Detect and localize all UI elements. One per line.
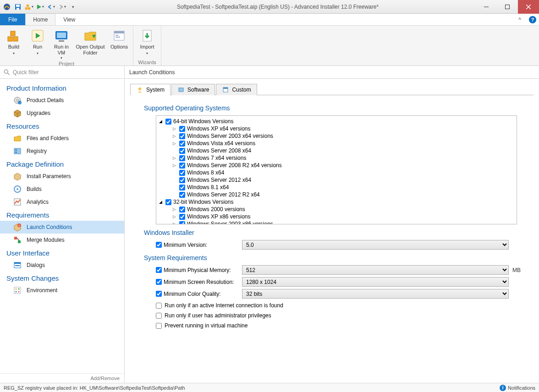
nav-builds[interactable]: Builds <box>0 183 124 196</box>
quick-filter-input[interactable]: Quick filter <box>0 66 124 79</box>
run-vm-button[interactable]: Run in VM▾ <box>50 27 73 60</box>
tab-software[interactable]: Software <box>171 84 215 95</box>
build-button[interactable]: Build▾ <box>2 27 26 60</box>
nav-cat-package-def[interactable]: Package Definition <box>0 158 124 170</box>
qat-customize-icon[interactable]: ▾ <box>68 2 78 12</box>
os-checkbox[interactable] <box>179 133 185 139</box>
os-tree-node[interactable]: Windows Server 2008 x64 <box>159 147 514 154</box>
min-color-checkbox[interactable]: Minimum Color Quality: <box>156 291 238 297</box>
os-tree-node[interactable]: ▷Windows XP x86 versions <box>159 213 514 220</box>
internet-checkbox[interactable]: Run only if an active Internet connectio… <box>156 302 531 309</box>
import-button[interactable]: Import▾ <box>135 27 159 59</box>
back-icon[interactable]: ▾ <box>46 2 56 12</box>
nav-cat-requirements[interactable]: Requirements <box>0 208 124 221</box>
os-tree-node[interactable]: ▷Windows XP x64 versions <box>159 125 514 132</box>
os-tree-node[interactable]: Windows Server 2012 x64 <box>159 176 514 184</box>
nav-install-params[interactable]: Install Parameters <box>0 170 124 183</box>
os-label: Windows 2000 versions <box>187 206 245 213</box>
forward-icon[interactable]: ▾ <box>57 2 67 12</box>
env-icon <box>13 286 22 295</box>
app-icon[interactable] <box>2 2 12 12</box>
os-checkbox[interactable] <box>179 148 185 154</box>
nav-launch-conditions[interactable]: ?Launch Conditions <box>0 221 124 234</box>
tree-expand-icon[interactable]: ◢ <box>159 198 164 206</box>
view-tab[interactable]: View <box>55 14 83 25</box>
build-icon[interactable]: ▾ <box>24 2 34 12</box>
os-checkbox[interactable] <box>165 199 171 205</box>
section-supported-os: Supported Operating Systems <box>144 104 531 112</box>
os-tree-node[interactable]: ◢64-bit Windows Versions <box>159 118 514 125</box>
nav-analytics[interactable]: Analytics <box>0 196 124 208</box>
os-checkbox[interactable] <box>179 141 185 147</box>
min-version-checkbox[interactable]: Minimum Version: <box>156 242 238 248</box>
tree-expand-icon[interactable]: ▷ <box>173 206 177 213</box>
nav-registry[interactable]: Registry <box>0 145 124 158</box>
os-tree-node[interactable]: ▷Windows Server 2008 R2 x64 versions <box>159 162 514 169</box>
nav-dialogs[interactable]: Dialogs <box>0 259 124 272</box>
os-checkbox[interactable] <box>179 155 185 161</box>
nav-cat-resources[interactable]: Resources <box>0 120 124 132</box>
os-tree-node[interactable]: ◢32-bit Windows Versions <box>159 198 514 206</box>
min-version-select[interactable]: 5.0 <box>242 240 509 250</box>
tree-expand-icon[interactable]: ▷ <box>173 162 177 169</box>
os-checkbox[interactable] <box>179 163 185 169</box>
min-res-checkbox[interactable]: Minimum Screen Resolution: <box>156 279 238 285</box>
tab-system[interactable]: System <box>130 84 170 95</box>
nav-upgrades[interactable]: Upgrades <box>0 107 124 120</box>
os-tree-node[interactable]: ▷Windows Server 2003 x86 versions <box>159 220 514 224</box>
os-checkbox[interactable] <box>179 170 185 176</box>
nav-cat-ui[interactable]: User Interface <box>0 246 124 259</box>
tree-expand-icon[interactable]: ▷ <box>173 213 177 220</box>
nav-cat-product-info[interactable]: Product Information <box>0 82 124 94</box>
min-memory-checkbox[interactable]: Minimum Physical Memory: <box>156 267 238 273</box>
admin-checkbox[interactable]: Run only if user has administrator privi… <box>156 312 531 319</box>
os-checkbox[interactable] <box>179 221 185 225</box>
add-remove-link[interactable]: Add/Remove <box>0 373 124 383</box>
options-button[interactable]: Options <box>107 27 131 60</box>
os-checkbox[interactable] <box>179 192 185 198</box>
svg-rect-21 <box>116 37 120 38</box>
min-res-select[interactable]: 1280 x 1024 <box>242 277 509 287</box>
nav-merge-modules[interactable]: Merge Modules <box>0 234 124 246</box>
os-tree-node[interactable]: Windows Server 2012 R2 x64 <box>159 191 514 198</box>
os-checkbox[interactable] <box>165 119 171 125</box>
run-icon[interactable]: ▾ <box>35 2 45 12</box>
close-button[interactable] <box>518 0 539 14</box>
tree-expand-icon[interactable]: ▷ <box>173 125 177 132</box>
os-checkbox[interactable] <box>179 207 185 212</box>
os-tree-node[interactable]: ▷Windows Server 2003 x64 versions <box>159 132 514 140</box>
save-icon[interactable] <box>13 2 23 12</box>
notifications-button[interactable]: iNotifications <box>500 385 535 391</box>
tab-custom[interactable]: Custom <box>216 84 257 95</box>
run-button[interactable]: Run▾ <box>26 27 50 60</box>
os-checkbox[interactable] <box>179 214 185 220</box>
os-checkbox[interactable] <box>179 185 185 191</box>
nav-cat-syschanges[interactable]: System Changes <box>0 272 124 284</box>
os-tree-node[interactable]: Windows 8 x64 <box>159 169 514 176</box>
file-tab[interactable]: File <box>0 14 25 25</box>
min-color-select[interactable]: 32 bits <box>242 289 509 299</box>
tree-expand-icon[interactable]: ▷ <box>173 154 177 162</box>
collapse-ribbon-icon[interactable]: ^ <box>513 14 526 25</box>
home-tab[interactable]: Home <box>25 14 55 25</box>
min-memory-select[interactable]: 512 <box>242 265 509 275</box>
os-checkbox[interactable] <box>179 126 185 132</box>
os-tree[interactable]: ◢64-bit Windows Versions▷Windows XP x64 … <box>156 115 517 224</box>
tree-expand-icon[interactable]: ◢ <box>159 118 164 125</box>
nav-environment[interactable]: Environment <box>0 284 124 297</box>
os-tree-node[interactable]: ▷Windows 2000 versions <box>159 206 514 213</box>
tree-expand-icon[interactable]: ▷ <box>173 140 177 147</box>
help-icon[interactable]: ? <box>526 14 539 25</box>
vm-checkbox[interactable]: Prevent running in virtual machine <box>156 322 531 329</box>
os-checkbox[interactable] <box>179 177 185 183</box>
os-tree-node[interactable]: ▷Windows Vista x64 versions <box>159 140 514 147</box>
tree-expand-icon[interactable]: ▷ <box>173 132 177 140</box>
maximize-button[interactable] <box>497 0 518 14</box>
open-output-button[interactable]: Open Output Folder <box>73 27 107 60</box>
os-tree-node[interactable]: ▷Windows 7 x64 versions <box>159 154 514 162</box>
nav-files-folders[interactable]: Files and Folders <box>0 132 124 145</box>
tree-expand-icon[interactable]: ▷ <box>173 220 177 224</box>
minimize-button[interactable] <box>476 0 497 14</box>
nav-product-details[interactable]: Product Details <box>0 94 124 107</box>
os-tree-node[interactable]: Windows 8.1 x64 <box>159 184 514 191</box>
